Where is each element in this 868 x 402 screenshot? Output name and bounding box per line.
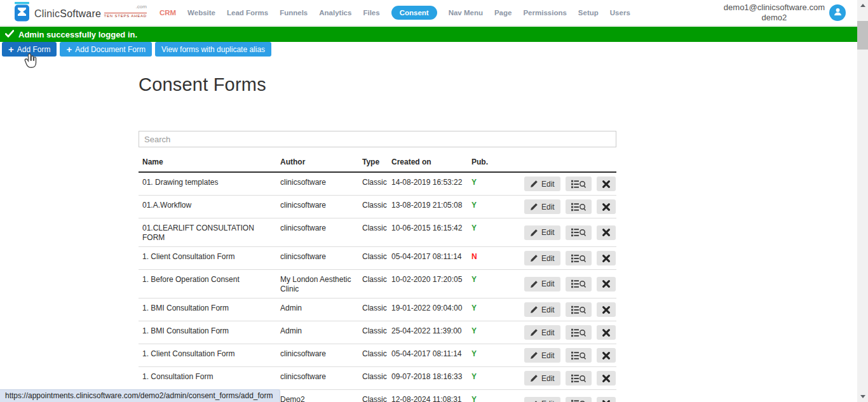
delete-button[interactable] [597, 348, 616, 363]
logo-part-software: Software [60, 8, 101, 19]
edit-button[interactable]: Edit [524, 302, 560, 317]
delete-button[interactable] [597, 251, 616, 265]
delete-button[interactable] [597, 397, 616, 402]
list-search-button[interactable] [566, 371, 592, 385]
edit-button[interactable]: Edit [524, 277, 560, 291]
x-icon [602, 352, 610, 359]
column-header-created-on: Created on [388, 154, 468, 172]
scrollbar-thumb[interactable] [857, 21, 868, 50]
table-row: 1. Client Consultation Form clinicsoftwa… [139, 247, 616, 270]
list-search-button[interactable] [566, 177, 592, 191]
cell-type: Classic [358, 172, 388, 196]
column-header-name: Name [139, 154, 276, 172]
edit-button[interactable]: Edit [524, 251, 560, 265]
cell-author: clinicsoftware [276, 218, 358, 247]
list-search-button[interactable] [566, 225, 592, 240]
edit-button-label: Edit [541, 279, 555, 288]
list-search-button[interactable] [566, 325, 592, 340]
cell-actions: Edit [520, 218, 616, 247]
nav-item-nav-menu[interactable]: Nav Menu [449, 9, 483, 17]
delete-button[interactable] [597, 199, 616, 214]
delete-button[interactable] [597, 277, 616, 291]
edit-button[interactable]: Edit [524, 371, 560, 385]
cell-pub: Y [468, 298, 520, 321]
list-search-button[interactable] [566, 251, 592, 265]
cell-type: Classic [358, 270, 388, 298]
view-forms-with-duplicate-alias-button[interactable]: View forms with duplicate alias [155, 42, 271, 57]
edit-button[interactable]: Edit [524, 348, 560, 363]
column-header-actions [520, 154, 616, 172]
x-icon [602, 280, 610, 288]
list-search-button[interactable] [566, 199, 592, 214]
x-icon [602, 329, 610, 337]
scroll-up-button[interactable] [857, 0, 868, 11]
table-row: 01. Drawing templates clinicsoftware Cla… [139, 172, 616, 196]
edit-button[interactable]: Edit [524, 199, 560, 214]
cell-created-on: 09-07-2018 18:16:33 [388, 367, 468, 390]
pencil-icon [530, 328, 538, 337]
cell-name: 1. BMI Consultation Form [139, 321, 276, 344]
nav-item-setup[interactable]: Setup [578, 9, 599, 17]
delete-button[interactable] [597, 302, 616, 317]
cell-type: Classic [358, 321, 388, 344]
nav-item-funnels[interactable]: Funnels [280, 9, 308, 17]
table-body: 01. Drawing templates clinicsoftware Cla… [139, 172, 616, 402]
button-label: View forms with duplicate alias [161, 45, 265, 54]
cell-name: 01.A.Workflow [139, 196, 276, 218]
nav-item-lead-forms[interactable]: Lead Forms [227, 9, 268, 17]
list-search-icon [571, 203, 586, 211]
edit-button[interactable]: Edit [524, 225, 560, 240]
user-email: demo1@clinicsoftware.com [724, 3, 825, 13]
delete-button[interactable] [597, 177, 616, 191]
delete-button[interactable] [597, 325, 616, 340]
nav-item-permissions[interactable]: Permissions [523, 9, 566, 17]
list-search-icon [571, 279, 586, 288]
list-search-button[interactable] [566, 397, 592, 402]
delete-button[interactable] [597, 225, 616, 240]
clinicsoftware-logo[interactable]: ClinicSoftware .com TEN STEPS AHEAD [14, 2, 147, 24]
list-search-button[interactable] [566, 302, 592, 317]
table-row: 1. Client Consultation Form clinicsoftwa… [139, 344, 616, 367]
user-avatar[interactable] [829, 4, 846, 21]
cell-type: Classic [358, 390, 388, 402]
table-row: 1. BMI Consultation Form Admin Classic 2… [139, 321, 616, 344]
nav-item-files[interactable]: Files [363, 9, 379, 17]
edit-button[interactable]: Edit [524, 397, 560, 402]
list-search-button[interactable] [566, 277, 592, 291]
pencil-icon [530, 305, 538, 314]
cell-name: 01.CLEARLIFT CONSULTATION FORM [139, 218, 276, 247]
nav-item-users[interactable]: Users [610, 9, 630, 17]
nav-item-analytics[interactable]: Analytics [319, 9, 351, 17]
edit-button-label: Edit [541, 374, 555, 383]
list-search-icon [571, 328, 586, 337]
list-search-icon [571, 399, 586, 402]
status-bar-url: https://appointments.clinicsoftware.com/… [0, 389, 280, 402]
nav-item-crm[interactable]: CRM [159, 9, 176, 17]
edit-button-label: Edit [541, 180, 555, 189]
nav-item-consent[interactable]: Consent [391, 6, 437, 20]
nav-item-page[interactable]: Page [494, 9, 512, 17]
x-icon [602, 255, 610, 262]
cell-created-on: 10-02-2020 17:20:05 [388, 270, 468, 298]
cell-created-on: 19-01-2022 09:04:00 [388, 298, 468, 321]
nav-item-website[interactable]: Website [187, 9, 215, 17]
list-search-icon [571, 351, 586, 360]
cell-author: Admin [276, 298, 358, 321]
cell-name: 01. Drawing templates [139, 172, 276, 196]
vertical-scrollbar[interactable] [857, 0, 868, 402]
x-icon [602, 375, 610, 382]
add-form-button[interactable]: +Add Form [2, 42, 57, 57]
delete-button[interactable] [597, 371, 616, 385]
x-icon [602, 229, 610, 236]
edit-button-label: Edit [541, 399, 555, 402]
button-label: Add Form [17, 45, 51, 54]
pencil-icon [530, 254, 538, 262]
edit-button[interactable]: Edit [524, 177, 560, 191]
scroll-down-button[interactable] [857, 391, 868, 402]
add-document-form-button[interactable]: +Add Document Form [60, 42, 151, 57]
search-input[interactable] [139, 131, 616, 147]
list-search-icon [571, 254, 586, 263]
hourglass-icon [14, 2, 31, 24]
list-search-button[interactable] [566, 348, 592, 363]
edit-button[interactable]: Edit [524, 325, 560, 340]
